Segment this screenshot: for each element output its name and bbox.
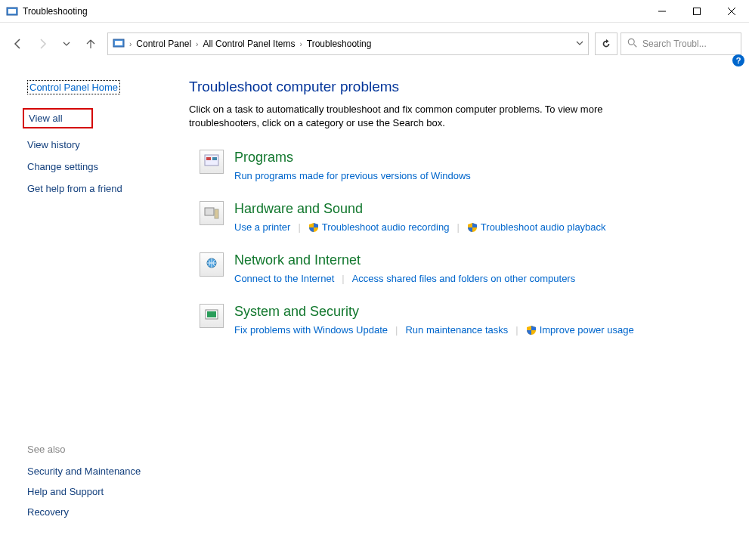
network-link-shared[interactable]: Access shared files and folders on other… [352, 273, 576, 284]
breadcrumb-seg-2[interactable]: All Control Panel Items [203, 39, 295, 49]
sidebar-view-history[interactable]: View history [27, 139, 181, 150]
titlebar: Troubleshooting [0, 0, 749, 23]
network-title[interactable]: Network and Internet [234, 252, 726, 268]
svg-rect-12 [212, 157, 217, 160]
network-link-connect[interactable]: Connect to the Internet [234, 273, 334, 284]
category-programs: Programs Run programs made for previous … [200, 150, 726, 181]
sidebar-get-help[interactable]: Get help from a friend [27, 183, 181, 194]
recent-dropdown[interactable] [56, 33, 77, 54]
see-also-help[interactable]: Help and Support [27, 486, 181, 497]
programs-link-compat[interactable]: Run programs made for previous versions … [234, 170, 471, 181]
see-also-section: See also Security and Maintenance Help a… [27, 444, 181, 545]
separator: | [457, 221, 459, 233]
page-title: Troubleshoot computer problems [189, 79, 726, 95]
back-button[interactable] [8, 33, 29, 54]
search-box[interactable] [621, 32, 741, 55]
system-link-maint[interactable]: Run maintenance tasks [405, 324, 508, 336]
maximize-button[interactable] [679, 0, 714, 23]
svg-rect-11 [206, 157, 211, 160]
svg-line-9 [634, 44, 637, 47]
hardware-title[interactable]: Hardware and Sound [234, 201, 726, 217]
window-title: Troubleshooting [23, 6, 645, 17]
shield-icon [467, 222, 478, 233]
system-icon [200, 304, 224, 328]
addr-icon [113, 37, 125, 51]
see-also-header: See also [27, 444, 181, 455]
breadcrumb-seg-3[interactable]: Troubleshooting [307, 39, 372, 49]
page-description: Click on a task to automatically trouble… [189, 103, 673, 130]
control-panel-home-link[interactable]: Control Panel Home [27, 80, 120, 94]
shield-icon [526, 325, 537, 336]
separator: | [342, 273, 344, 284]
svg-rect-14 [215, 209, 218, 218]
programs-title[interactable]: Programs [234, 150, 726, 166]
chevron-right-icon: › [128, 40, 133, 48]
hardware-link-printer[interactable]: Use a printer [234, 221, 290, 233]
breadcrumb: Control Panel › All Control Panel Items … [136, 39, 573, 49]
search-input[interactable] [642, 39, 735, 49]
breadcrumb-seg-1[interactable]: Control Panel [136, 39, 191, 49]
chevron-right-icon[interactable]: › [298, 40, 303, 48]
system-title[interactable]: System and Security [234, 304, 726, 320]
address-dropdown[interactable] [576, 39, 583, 49]
minimize-button[interactable] [645, 0, 679, 23]
close-button[interactable] [714, 0, 749, 23]
category-system: System and Security Fix problems with Wi… [200, 304, 726, 336]
system-link-power[interactable]: Improve power usage [540, 324, 634, 336]
svg-rect-1 [8, 9, 16, 14]
separator: | [298, 221, 300, 233]
hardware-icon [200, 201, 224, 225]
forward-button[interactable] [32, 33, 53, 54]
programs-icon [200, 150, 224, 174]
search-icon [627, 38, 638, 51]
hardware-link-audio-play[interactable]: Troubleshoot audio playback [481, 221, 606, 233]
svg-rect-3 [694, 8, 701, 14]
category-network: Network and Internet Connect to the Inte… [200, 252, 726, 284]
sidebar-change-settings[interactable]: Change settings [27, 161, 181, 172]
system-link-wu[interactable]: Fix problems with Windows Update [234, 324, 388, 336]
sidebar-view-all[interactable]: View all [23, 108, 93, 128]
sidebar: Control Panel Home View all View history… [0, 57, 181, 560]
svg-point-8 [628, 39, 634, 45]
chevron-right-icon[interactable]: › [194, 40, 200, 48]
navbar: › Control Panel › All Control Panel Item… [0, 30, 749, 57]
up-button[interactable] [80, 33, 101, 54]
svg-rect-13 [205, 208, 214, 215]
separator: | [395, 324, 398, 336]
address-bar[interactable]: › Control Panel › All Control Panel Item… [107, 32, 589, 55]
main-panel: ? Troubleshoot computer problems Click o… [181, 57, 749, 560]
see-also-security[interactable]: Security and Maintenance [27, 466, 181, 477]
refresh-button[interactable] [595, 32, 617, 55]
category-hardware: Hardware and Sound Use a printer | Troub… [200, 201, 726, 233]
network-icon [200, 252, 224, 277]
separator: | [515, 324, 518, 336]
shield-icon [308, 222, 319, 233]
app-icon [6, 5, 18, 17]
svg-rect-17 [207, 311, 216, 317]
help-icon[interactable]: ? [732, 54, 744, 67]
see-also-recovery[interactable]: Recovery [27, 506, 181, 518]
hardware-link-audio-rec[interactable]: Troubleshoot audio recording [322, 221, 450, 233]
svg-rect-7 [115, 41, 122, 45]
